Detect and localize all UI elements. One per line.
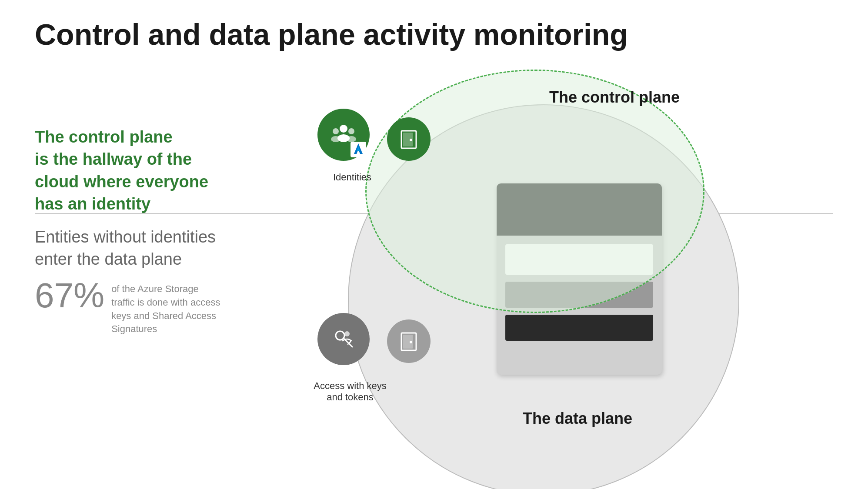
access-keys-label: Access with keys and tokens: [300, 380, 400, 403]
stat-percent: 67%: [35, 278, 104, 313]
control-plane-description: The control plane is the hallway of the …: [35, 126, 208, 215]
svg-point-5: [347, 136, 356, 142]
access-keys-large-icon-circle: [317, 313, 370, 365]
cp-line4: has an identity: [35, 195, 150, 213]
keys-icon: [331, 326, 357, 352]
svg-point-15: [344, 331, 350, 336]
cp-line1: The control plane: [35, 128, 173, 146]
svg-point-4: [348, 128, 354, 134]
door-icon-circle-green: [387, 117, 431, 161]
door-icon-gray: [398, 330, 420, 352]
svg-point-0: [340, 125, 347, 133]
svg-point-2: [333, 128, 339, 134]
azure-badge: [351, 142, 366, 157]
data-plane-label: The data plane: [523, 409, 632, 428]
svg-point-18: [410, 341, 412, 343]
svg-point-3: [331, 136, 341, 142]
control-plane-label: The control plane: [549, 88, 680, 106]
identities-large-icon-circle: [317, 109, 370, 161]
diagram-area: The data plane The control plane: [296, 70, 835, 443]
svg-point-11: [410, 139, 412, 141]
device-dark-bar: [505, 315, 653, 341]
stat-container: 67% of the Azure Storage traffic is done…: [35, 278, 224, 336]
page-title: Control and data plane activity monitori…: [35, 17, 628, 51]
access-label-text: Access with keys and tokens: [314, 380, 387, 403]
data-plane-description: Entities without identities enter the da…: [35, 226, 216, 271]
cp-line3: cloud where everyone: [35, 173, 208, 191]
cp-line2: is the hallway of the: [35, 150, 192, 168]
stat-description: of the Azure Storage traffic is done wit…: [111, 283, 224, 336]
identities-label: Identities: [309, 172, 396, 183]
door-icon-circle-gray: [387, 319, 431, 363]
control-plane-circle: The control plane: [365, 70, 704, 313]
dp-line2: enter the data plane: [35, 250, 182, 268]
door-icon-green: [398, 128, 420, 150]
dp-line1: Entities without identities: [35, 228, 216, 246]
